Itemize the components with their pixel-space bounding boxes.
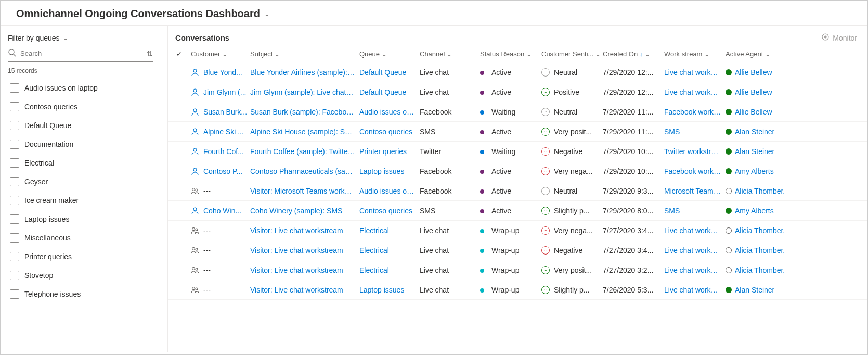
queue-item[interactable]: Geyser [8,172,161,191]
table-row[interactable]: ---Visitor: Live chat workstreamElectric… [168,221,867,240]
queue-checkbox[interactable] [10,196,19,205]
agent-link[interactable]: Alicia Thomber. [735,246,785,255]
workstream-link[interactable]: Live chat workstrea [664,266,726,274]
queue-item[interactable]: Electrical [8,154,161,172]
customer-link[interactable]: Alpine Ski ... [203,128,244,136]
customer-link[interactable]: Contoso P... [203,167,242,175]
queue-item[interactable]: Stovetop [8,266,161,285]
subject-link[interactable]: Visitor: Live chat workstream [250,266,359,274]
workstream-link[interactable]: Facebook workstre [664,108,726,116]
subject-link[interactable]: Visitor: Live chat workstream [250,246,359,255]
queue-link[interactable]: Laptop issues [359,286,420,294]
agent-link[interactable]: Alan Steiner [735,128,774,136]
col-workstream[interactable]: Work stream ⌄ [664,50,726,58]
table-row[interactable]: ---Visitor: Live chat workstreamElectric… [168,240,867,260]
subject-link[interactable]: Visitor: Microsoft Teams workstrean [250,187,359,195]
agent-link[interactable]: Alicia Thomber. [735,266,785,274]
agent-link[interactable]: Allie Bellew [735,108,772,116]
workstream-link[interactable]: Live chat workstrea [664,286,726,294]
workstream-link[interactable]: Microsoft Teams w [664,187,726,195]
title-dropdown[interactable]: Omnichannel Ongoing Conversations Dashbo… [16,8,852,20]
table-row[interactable]: ---Visitor: Microsoft Teams workstreanAu… [168,181,867,201]
col-queue[interactable]: Queue ⌄ [359,50,420,58]
agent-link[interactable]: Alan Steiner [735,147,774,156]
queue-checkbox[interactable] [10,177,19,186]
agent-link[interactable]: Allie Bellew [735,88,772,96]
queue-checkbox[interactable] [10,289,19,299]
table-row[interactable]: Fourth Cof...Fourth Coffee (sample): Twi… [168,142,867,161]
agent-link[interactable]: Alan Steiner [735,286,774,294]
queue-link[interactable]: Electrical [359,226,420,235]
agent-link[interactable]: Alicia Thomber. [735,226,785,235]
table-row[interactable]: Contoso P...Contoso Pharmaceuticals (sam… [168,161,867,181]
subject-link[interactable]: Coho Winery (sample): SMS [250,207,359,215]
col-sentiment[interactable]: Customer Senti... ⌄ [541,50,603,58]
queue-link[interactable]: Electrical [359,266,420,274]
customer-link[interactable]: Susan Burk... [203,108,247,116]
queue-checkbox[interactable] [10,271,19,280]
queue-checkbox[interactable] [10,102,19,111]
filter-dropdown[interactable]: Filter by queues ⌄ [8,34,165,42]
queue-link[interactable]: Contoso queries [359,128,420,136]
queue-item[interactable]: Printer queries [8,247,161,266]
workstream-link[interactable]: Facebook workstre [664,167,726,175]
table-row[interactable]: Alpine Ski ...Alpine Ski House (sample):… [168,122,867,142]
subject-link[interactable]: Visitor: Live chat workstream [250,286,359,294]
search-input[interactable] [20,49,142,57]
agent-link[interactable]: Alicia Thomber. [735,187,785,195]
col-agent[interactable]: Active Agent ⌄ [726,50,798,58]
subject-link[interactable]: Blue Yonder Airlines (sample): Live c [250,68,359,77]
queue-item[interactable]: Contoso queries [8,97,161,116]
queue-checkbox[interactable] [10,252,19,261]
queue-item[interactable]: Laptop issues [8,210,161,229]
queue-item[interactable]: Telephone issues [8,285,161,303]
queue-link[interactable]: Audio issues on lap [359,108,420,116]
queue-checkbox[interactable] [10,83,19,93]
queue-checkbox[interactable] [10,233,19,243]
workstream-link[interactable]: SMS [664,128,726,136]
subject-link[interactable]: Alpine Ski House (sample): SMS [250,128,359,136]
workstream-link[interactable]: Live chat workstrea [664,226,726,235]
col-subject[interactable]: Subject ⌄ [250,50,359,58]
queue-checkbox[interactable] [10,158,19,168]
queue-item[interactable]: Default Queue [8,116,161,135]
queue-checkbox[interactable] [10,140,19,149]
queue-checkbox[interactable] [10,214,19,224]
table-row[interactable]: ---Visitor: Live chat workstreamElectric… [168,260,867,280]
col-status[interactable]: Status Reason ⌄ [480,50,541,58]
workstream-link[interactable]: SMS [664,207,726,215]
col-channel[interactable]: Channel ⌄ [420,50,480,58]
queue-item[interactable]: Ice cream maker [8,191,161,210]
table-row[interactable]: ---Visitor: Live chat workstreamLaptop i… [168,280,867,300]
queue-item[interactable]: Documentation [8,135,161,154]
customer-link[interactable]: Coho Win... [203,207,241,215]
col-created[interactable]: Created On ↓ ⌄ [603,50,664,58]
agent-link[interactable]: Amy Alberts [735,167,774,175]
subject-link[interactable]: Fourth Coffee (sample): Twitter wor [250,147,359,156]
workstream-link[interactable]: Live chat workstrea [664,68,726,77]
queue-item[interactable]: Audio issues on laptop [8,79,161,97]
sort-icon[interactable]: ⇅ [147,49,153,58]
queue-link[interactable]: Contoso queries [359,207,420,215]
queue-link[interactable]: Electrical [359,246,420,255]
col-customer[interactable]: Customer ⌄ [189,50,250,58]
table-row[interactable]: Blue Yond...Blue Yonder Airlines (sample… [168,62,867,82]
queue-link[interactable]: Default Queue [359,88,420,96]
queue-item[interactable]: Miscellaneous [8,229,161,247]
agent-link[interactable]: Allie Bellew [735,68,772,77]
workstream-link[interactable]: Live chat workstrea [664,88,726,96]
subject-link[interactable]: Susan Burk (sample): Facebook wor [250,108,359,116]
customer-link[interactable]: Blue Yond... [203,68,242,77]
queue-link[interactable]: Printer queries [359,147,420,156]
queue-link[interactable]: Audio issues on lap [359,187,420,195]
workstream-link[interactable]: Live chat workstrea [664,246,726,255]
workstream-link[interactable]: Twitter workstream [664,147,726,156]
monitor-button[interactable]: Monitor [821,33,857,43]
queue-link[interactable]: Laptop issues [359,167,420,175]
subject-link[interactable]: Visitor: Live chat workstream [250,226,359,235]
table-row[interactable]: Coho Win...Coho Winery (sample): SMSCont… [168,201,867,221]
customer-link[interactable]: Jim Glynn (... [203,88,246,96]
table-row[interactable]: Susan Burk...Susan Burk (sample): Facebo… [168,102,867,122]
queue-link[interactable]: Default Queue [359,68,420,77]
customer-link[interactable]: Fourth Cof... [203,147,244,156]
